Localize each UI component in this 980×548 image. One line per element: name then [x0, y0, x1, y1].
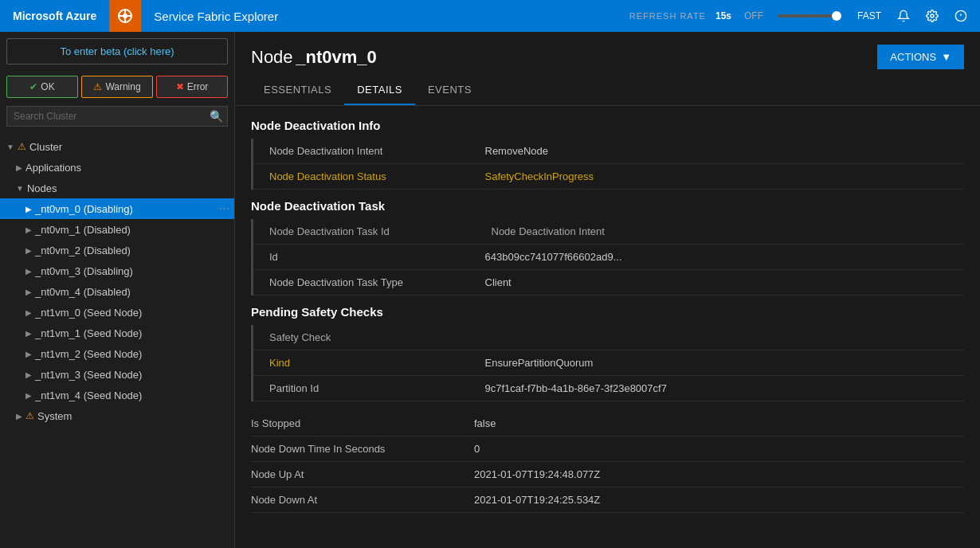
node-down-at-value: 2021-01-07T19:24:25.534Z — [474, 494, 600, 506]
svg-point-1 — [123, 14, 127, 18]
status-ok-button[interactable]: ✔ OK — [6, 76, 78, 98]
deactivation-status-label: Node Deactivation Status — [253, 164, 476, 190]
deactivation-intent-value: RemoveNode — [476, 139, 965, 164]
chevron-right-icon: ▶ — [16, 412, 22, 421]
refresh-slider[interactable] — [778, 14, 841, 18]
kind-label: Kind — [253, 350, 476, 376]
node-name-label: _nt0vm_0 — [296, 47, 377, 67]
node-deactivation-info-table: Node Deactivation Intent RemoveNode Node… — [251, 139, 964, 190]
app-title: Service Fabric Explorer — [141, 10, 291, 23]
chevron-right-icon: ▶ — [25, 350, 32, 358]
node-up-at-value: 2021-01-07T19:24:48.077Z — [474, 468, 600, 480]
table-row: Id 643b09cc741077f66602ad9... — [253, 245, 965, 270]
sidebar-item-nt1vm4[interactable]: ▶ _nt1vm_4 (Seed Node) — [0, 385, 234, 405]
svg-point-6 — [931, 14, 934, 18]
beta-banner[interactable]: To enter beta (click here) — [6, 38, 228, 65]
node-deactivation-task-title: Node Deactivation Task — [251, 199, 964, 213]
deactivation-intent-label: Node Deactivation Intent — [253, 139, 476, 164]
nt0vm3-label: _nt0vm_3 (Disabling) — [35, 265, 234, 277]
task-id-header: Node Deactivation Task Id — [253, 219, 476, 245]
table-row: Kind EnsurePartitionQuorum — [253, 350, 965, 376]
tab-events[interactable]: EVENTS — [415, 76, 484, 105]
sidebar-item-nt0vm0[interactable]: ▶ _nt0vm_0 (Disabling) ··· — [0, 198, 234, 219]
sidebar-item-system[interactable]: ▶ ⚠ System — [0, 405, 234, 426]
top-navigation: Microsoft Azure Service Fabric Explorer … — [0, 0, 980, 32]
sidebar: To enter beta (click here) ✔ OK ⚠ Warnin… — [0, 32, 235, 548]
chevron-down-icon: ▼ — [6, 143, 14, 151]
status-warning-button[interactable]: ⚠ Warning — [81, 76, 153, 98]
actions-button[interactable]: ACTIONS ▼ — [877, 45, 964, 69]
node-up-at-row: Node Up At 2021-01-07T19:24:48.077Z — [251, 462, 964, 487]
task-type-label: Node Deactivation Task Type — [253, 270, 476, 296]
content-area: Node _nt0vm_0 ACTIONS ▼ ESSENTIALS DETAI… — [235, 32, 980, 548]
sidebar-item-nt1vm1[interactable]: ▶ _nt1vm_1 (Seed Node) — [0, 323, 234, 343]
is-stopped-value: false — [474, 417, 496, 429]
chevron-right-icon: ▶ — [25, 246, 32, 255]
search-input[interactable] — [6, 106, 228, 127]
more-options-icon[interactable]: ··· — [214, 202, 234, 216]
content-header: Node _nt0vm_0 ACTIONS ▼ — [235, 32, 980, 69]
search-icon: 🔍 — [210, 110, 223, 123]
sidebar-item-nt1vm0[interactable]: ▶ _nt1vm_0 (Seed Node) — [0, 302, 234, 323]
cluster-label: Cluster — [29, 141, 234, 153]
sidebar-item-nt1vm2[interactable]: ▶ _nt1vm_2 (Seed Node) — [0, 343, 234, 364]
azure-label: Microsoft Azure — [13, 10, 96, 22]
tab-essentials[interactable]: ESSENTIALS — [251, 76, 344, 105]
sidebar-item-nt0vm3[interactable]: ▶ _nt0vm_3 (Disabling) — [0, 260, 234, 281]
refresh-controls: REFRESH RATE 15s OFF FAST — [629, 5, 980, 27]
node-down-time-row: Node Down Time In Seconds 0 — [251, 436, 964, 462]
is-stopped-row: Is Stopped false — [251, 411, 964, 436]
nt0vm4-label: _nt0vm_4 (Disabled) — [35, 286, 234, 298]
ok-icon: ✔ — [29, 81, 37, 92]
sidebar-item-nt0vm4[interactable]: ▶ _nt0vm_4 (Disabled) — [0, 281, 234, 302]
nt1vm0-label: _nt1vm_0 (Seed Node) — [35, 307, 234, 319]
partition-id-label: Partition Id — [253, 376, 476, 401]
task-type-value: Client — [476, 270, 965, 296]
node-down-at-label: Node Down At — [251, 494, 474, 506]
applications-label: Applications — [25, 162, 234, 174]
warning-icon: ⚠ — [93, 81, 102, 92]
pending-safety-checks-table: Safety Check Kind EnsurePartitionQuorum … — [251, 325, 964, 401]
table-header-row: Safety Check — [253, 325, 965, 350]
chevron-right-icon: ▶ — [16, 163, 22, 172]
chevron-right-icon: ▶ — [25, 370, 32, 379]
sidebar-item-nt0vm1[interactable]: ▶ _nt0vm_1 (Disabled) — [0, 219, 234, 240]
kind-value: EnsurePartitionQuorum — [476, 350, 965, 376]
sidebar-item-nt0vm2[interactable]: ▶ _nt0vm_2 (Disabled) — [0, 240, 234, 260]
node-prefix-label: Node — [251, 47, 293, 67]
chevron-right-icon: ▶ — [25, 225, 32, 234]
tree-view: ▼ ⚠ Cluster ▶ Applications ▼ Nodes ▶ _nt… — [0, 133, 234, 548]
is-stopped-label: Is Stopped — [251, 417, 474, 429]
nodes-label: Nodes — [27, 182, 234, 194]
sidebar-item-nodes[interactable]: ▼ Nodes — [0, 178, 234, 198]
main-layout: To enter beta (click here) ✔ OK ⚠ Warnin… — [0, 32, 980, 548]
info-icon[interactable] — [950, 5, 972, 27]
page-title: Node _nt0vm_0 — [251, 47, 377, 68]
status-error-button[interactable]: ✖ Error — [156, 76, 228, 98]
nt1vm3-label: _nt1vm_3 (Seed Node) — [35, 369, 234, 381]
chevron-right-icon: ▶ — [25, 308, 32, 317]
sidebar-item-applications[interactable]: ▶ Applications — [0, 157, 234, 178]
chevron-right-icon: ▶ — [25, 205, 32, 213]
notification-icon[interactable] — [892, 5, 915, 27]
sidebar-item-cluster[interactable]: ▼ ⚠ Cluster — [0, 136, 234, 157]
service-fabric-logo — [109, 0, 141, 32]
chevron-right-icon: ▶ — [25, 288, 32, 296]
nt0vm0-label: _nt0vm_0 (Disabling) — [35, 203, 214, 215]
nt0vm2-label: _nt0vm_2 (Disabled) — [35, 245, 234, 256]
nt1vm2-label: _nt1vm_2 (Seed Node) — [35, 348, 234, 360]
settings-icon[interactable] — [921, 5, 943, 27]
tab-details[interactable]: DETAILS — [344, 76, 415, 105]
refresh-label: REFRESH RATE — [629, 11, 706, 21]
azure-logo-area[interactable]: Microsoft Azure — [0, 0, 109, 32]
node-up-at-label: Node Up At — [251, 468, 474, 480]
error-icon: ✖ — [176, 81, 184, 92]
sidebar-item-nt1vm3[interactable]: ▶ _nt1vm_3 (Seed Node) — [0, 364, 234, 385]
warning-label: Warning — [105, 81, 140, 92]
task-intent-header: Node Deactivation Intent — [476, 219, 965, 245]
search-box: 🔍 — [6, 106, 228, 127]
actions-chevron-icon: ▼ — [941, 51, 951, 63]
error-label: Error — [187, 81, 209, 92]
chevron-right-icon: ▶ — [25, 391, 32, 400]
table-row: Node Deactivation Status SafetyCheckInPr… — [253, 164, 965, 190]
